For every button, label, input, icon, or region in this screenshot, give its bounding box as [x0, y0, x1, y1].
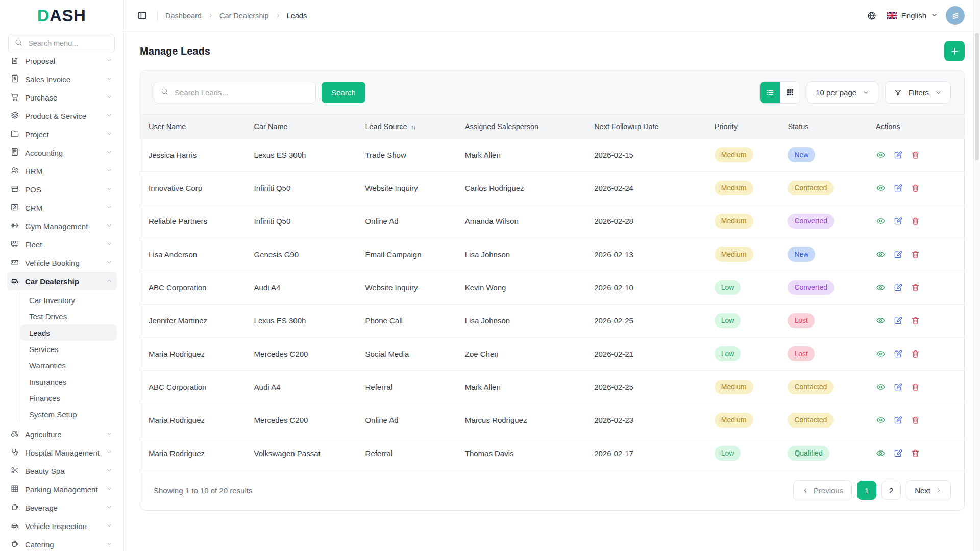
sidebar-subitem-insurances[interactable]: Insurances [20, 373, 117, 390]
sidebar-item-pos[interactable]: POS [7, 180, 117, 198]
edit-button[interactable] [893, 382, 903, 392]
delete-button[interactable] [911, 150, 920, 160]
delete-button[interactable] [911, 283, 920, 292]
view-button[interactable] [876, 249, 886, 259]
sidebar-item-gym-management[interactable]: Gym Management [7, 217, 117, 235]
per-page-select[interactable]: 10 per page [807, 81, 878, 104]
view-button[interactable] [876, 349, 886, 359]
sidebar-item-beverage[interactable]: Beverage [7, 498, 117, 517]
cell-lead-source: Social Media [357, 337, 456, 370]
sidebar-item-project[interactable]: Project [7, 125, 117, 143]
avatar[interactable] [946, 6, 965, 25]
sidebar-toggle-button[interactable] [135, 8, 150, 23]
car-icon [10, 521, 19, 530]
grid-view-button[interactable] [780, 82, 800, 103]
leads-search-input[interactable] [174, 88, 309, 97]
next-page-button[interactable]: Next [906, 480, 951, 500]
sort-icon[interactable]: ↑↓ [411, 123, 415, 131]
delete-button[interactable] [911, 415, 920, 425]
sidebar-subitem-test-drives[interactable]: Test Drives [20, 308, 117, 324]
delete-button[interactable] [911, 448, 920, 458]
app-logo[interactable]: DASH [0, 0, 123, 32]
eye-icon [876, 448, 886, 458]
sidebar-item-beauty-spa[interactable]: Beauty Spa [7, 462, 117, 480]
cup-icon [10, 503, 19, 513]
sidebar-subitem-system-setup[interactable]: System Setup [20, 406, 117, 422]
delete-button[interactable] [911, 382, 920, 392]
sidebar-item-car-dealership[interactable]: Car Dealership [7, 272, 117, 290]
sidebar-item-label: Beverage [25, 504, 100, 512]
edit-button[interactable] [893, 183, 903, 193]
sidebar-subitem-car-inventory[interactable]: Car Inventory [20, 292, 117, 308]
scrollbar-thumb[interactable] [975, 33, 979, 160]
filters-button[interactable]: Filters [885, 81, 951, 104]
view-button[interactable] [876, 150, 886, 160]
eye-icon [876, 183, 886, 193]
delete-button[interactable] [911, 216, 920, 226]
view-button[interactable] [876, 415, 886, 425]
sidebar-item-vehicle-booking[interactable]: Vehicle Booking [7, 254, 117, 272]
badge-contacted: Contacted [788, 181, 834, 195]
logo-accent-letter: D [37, 6, 50, 26]
language-selector[interactable]: English [887, 11, 938, 20]
edit-button[interactable] [893, 150, 903, 160]
edit-button[interactable] [893, 249, 903, 259]
page-button-1[interactable]: 1 [857, 481, 876, 500]
page-scrollbar[interactable] [973, 0, 980, 551]
chevron-down-icon [935, 89, 942, 96]
edit-button[interactable] [893, 415, 903, 425]
view-button[interactable] [876, 183, 886, 193]
view-button[interactable] [876, 316, 886, 325]
sidebar-search-input[interactable] [27, 39, 109, 48]
cup-icon [10, 539, 19, 548]
edit-button[interactable] [893, 216, 903, 226]
delete-button[interactable] [911, 349, 920, 359]
sidebar-item-parking-management[interactable]: Parking Management [7, 480, 117, 498]
search-icon [160, 87, 169, 98]
breadcrumb-dashboard[interactable]: Dashboard [165, 12, 202, 20]
globe-icon[interactable] [865, 9, 879, 23]
delete-button[interactable] [911, 249, 920, 259]
edit-button[interactable] [893, 448, 903, 458]
edit-button[interactable] [893, 283, 903, 292]
edit-button[interactable] [893, 349, 903, 359]
cell-car-name: Mercedes C200 [246, 337, 357, 370]
view-button[interactable] [876, 382, 886, 392]
sidebar-item-vehicle-inspection[interactable]: Vehicle Inspection [7, 517, 117, 535]
sidebar-subitem-finances[interactable]: Finances [20, 390, 117, 406]
sidebar-item-sales-invoice[interactable]: Sales Invoice [7, 70, 117, 88]
sidebar-item-accounting[interactable]: Accounting [7, 143, 117, 162]
sidebar-item-product-service[interactable]: Product & Service [7, 107, 117, 125]
view-button[interactable] [876, 216, 886, 226]
breadcrumb-car-dealership[interactable]: Car Dealership [219, 12, 269, 20]
page-button-2[interactable]: 2 [881, 481, 901, 500]
column-header-lead-source[interactable]: Lead Source↑↓ [357, 115, 456, 138]
sidebar-item-hospital-management[interactable]: Hospital Management [7, 443, 117, 462]
sidebar-subitem-leads[interactable]: Leads [20, 324, 117, 341]
view-button[interactable] [876, 448, 886, 458]
sidebar-item-fleet[interactable]: Fleet [7, 235, 117, 254]
chevron-down-icon [106, 259, 113, 267]
delete-button[interactable] [911, 316, 920, 325]
view-button[interactable] [876, 283, 886, 292]
sidebar-item-crm[interactable]: CRM [7, 198, 117, 217]
folder-icon [10, 129, 19, 140]
trash-icon [911, 183, 920, 193]
add-lead-button[interactable] [944, 41, 965, 61]
table-row: Maria RodriguezVolkswagen PassatReferral… [140, 437, 964, 470]
sidebar-item-agriculture[interactable]: Agriculture [7, 425, 117, 443]
column-header-priority: Priority [706, 115, 780, 138]
search-button[interactable]: Search [322, 82, 365, 103]
list-view-button[interactable] [760, 82, 780, 103]
sidebar-subitem-warranties[interactable]: Warranties [20, 357, 117, 373]
delete-button[interactable] [911, 183, 920, 193]
sidebar-item-proposal[interactable]: Proposal [7, 58, 117, 70]
sidebar-subitem-services[interactable]: Services [20, 341, 117, 357]
users-icon [10, 166, 19, 177]
previous-page-button[interactable]: Previous [793, 480, 852, 500]
sidebar-item-purchase[interactable]: Purchase [7, 88, 117, 107]
sidebar-item-catering[interactable]: Catering [7, 535, 117, 551]
sidebar-item-hrm[interactable]: HRM [7, 162, 117, 180]
leads-card: Search 10 per page Filters [140, 70, 965, 511]
edit-button[interactable] [893, 316, 903, 325]
